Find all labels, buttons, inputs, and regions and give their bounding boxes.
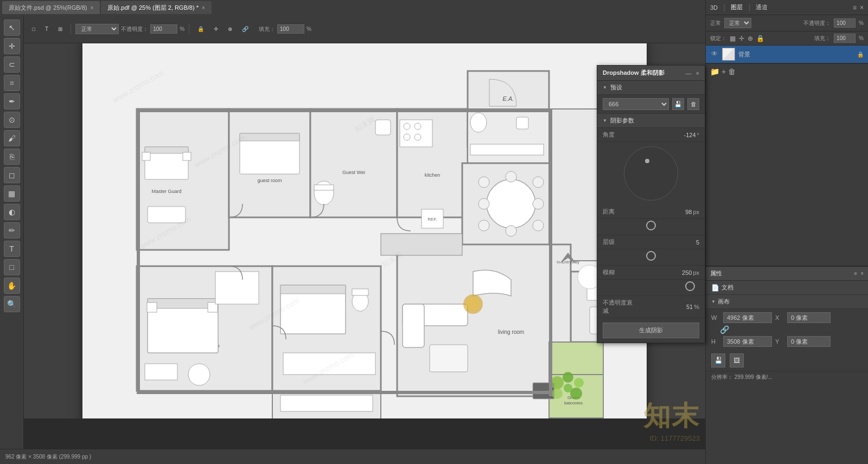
tool-lasso[interactable]: ⊂ xyxy=(4,56,20,73)
shadow-params-title: 阴影参数 xyxy=(610,117,634,125)
label-layers-tab[interactable]: 图层 xyxy=(731,3,743,11)
tab-1-close[interactable]: × xyxy=(202,5,205,11)
preset-select[interactable]: 666 xyxy=(603,98,669,110)
tool-eraser[interactable]: ◻ xyxy=(4,167,20,183)
blend-mode-select[interactable]: 正常 xyxy=(75,24,119,34)
lock-art-btn[interactable]: ⊕ xyxy=(748,35,753,42)
svg-rect-93 xyxy=(549,109,552,396)
canvas-image-btn[interactable]: 🖼 xyxy=(730,353,744,368)
svg-point-90 xyxy=(570,388,582,399)
x-input[interactable] xyxy=(787,312,831,323)
tool-shape[interactable]: □ xyxy=(4,259,20,275)
tool-select[interactable]: ↖ xyxy=(4,20,20,36)
width-input[interactable] xyxy=(723,312,772,323)
y-input[interactable] xyxy=(787,336,831,347)
angle-dial[interactable] xyxy=(624,146,678,201)
tool-heal[interactable]: ⊙ xyxy=(4,112,20,128)
dropshadow-title: Dropshadow 柔和阴影 xyxy=(603,69,665,77)
svg-rect-94 xyxy=(137,248,140,394)
dropshadow-panel: Dropshadow 柔和阴影 — × ▼ 预设 666 💾 🗑 ▼ 阴影参数 … xyxy=(597,65,705,343)
svg-text:Master Guard: Master Guard xyxy=(151,189,181,194)
toolbar-transform-btn[interactable]: ⊕ xyxy=(224,24,236,34)
fill-input[interactable] xyxy=(277,24,304,34)
svg-rect-15 xyxy=(549,342,603,375)
distance-dial[interactable] xyxy=(646,221,656,230)
tab-1[interactable]: 原始.pdf @ 25% (图层 2, RGB/8) * × xyxy=(101,1,212,14)
tool-dodge[interactable]: ◐ xyxy=(4,204,20,220)
tool-text[interactable]: T xyxy=(4,241,20,257)
svg-point-49 xyxy=(506,225,516,236)
svg-point-86 xyxy=(563,372,573,383)
tool-zoom[interactable]: 🔍 xyxy=(4,296,20,312)
canvas-save-row: 💾 🖼 xyxy=(706,350,868,371)
dropshadow-close[interactable]: × xyxy=(696,70,699,76)
toolbar-move-btn[interactable]: ✛ xyxy=(210,24,222,34)
panel-close-icon[interactable]: × xyxy=(860,4,864,11)
wh-link-icon[interactable]: 🔗 xyxy=(720,325,729,334)
svg-point-85 xyxy=(551,376,564,389)
dropshadow-header: Dropshadow 柔和阴影 — × xyxy=(597,66,705,81)
blur-dial[interactable] xyxy=(685,281,695,291)
height-input[interactable] xyxy=(723,336,772,347)
layer-visibility-icon[interactable]: 👁 xyxy=(710,50,719,59)
svg-rect-61 xyxy=(430,345,468,372)
level-value: 5 xyxy=(696,239,699,246)
fill-pct-label: % xyxy=(859,35,864,41)
delete-layer-btn[interactable]: 🗑 xyxy=(728,67,736,76)
opacity-pct: % xyxy=(180,26,184,32)
tab-0[interactable]: 原始文件.psd @ 25%(RGB/8) × xyxy=(2,1,100,14)
svg-point-87 xyxy=(552,388,563,399)
level-dial[interactable] xyxy=(646,251,656,261)
svg-point-73 xyxy=(188,364,210,385)
blur-unit: px xyxy=(693,269,699,276)
canvas-save-btn[interactable]: 💾 xyxy=(711,353,725,368)
toolbar-link-btn[interactable]: 🔗 xyxy=(238,24,252,34)
tool-eyedrop[interactable]: ✒ xyxy=(4,93,20,109)
opacity-fade-label: 不透明度衰减 xyxy=(603,299,635,315)
prop-list-icon[interactable]: ≡ xyxy=(854,270,857,276)
tool-gradient[interactable]: ▦ xyxy=(4,185,20,202)
width-label: W xyxy=(711,314,720,321)
floor-plan-svg: Master Guard guest room Guest Wei kitche… xyxy=(82,43,647,418)
level-label: 层级 xyxy=(603,238,635,246)
fill-label: 填充： xyxy=(259,25,275,33)
tool-move[interactable]: ✛ xyxy=(4,38,20,54)
dropshadow-collapse[interactable]: — xyxy=(686,70,692,76)
tab-0-close[interactable]: × xyxy=(90,5,93,11)
svg-point-44 xyxy=(487,179,535,228)
preset-save-btn[interactable]: 💾 xyxy=(672,98,684,110)
generate-shadow-button[interactable]: 生成阴影 xyxy=(603,323,699,338)
svg-rect-21 xyxy=(183,152,191,160)
lock-pixel-btn[interactable]: ▦ xyxy=(730,35,736,42)
tool-pen[interactable]: ✏ xyxy=(4,222,20,239)
add-layer-btn[interactable]: + xyxy=(722,67,726,76)
svg-point-45 xyxy=(506,171,516,182)
layer-item-background[interactable]: 👁 背景 🔒 xyxy=(706,46,868,63)
toolbar-lock-btn[interactable]: 🔒 xyxy=(194,24,208,34)
fill-pct: % xyxy=(307,26,311,32)
opacity-input[interactable] xyxy=(150,24,177,34)
layers-fill-input[interactable] xyxy=(834,34,856,43)
layers-opacity-input[interactable] xyxy=(834,18,856,28)
add-layer-group-btn[interactable]: 📁 xyxy=(710,67,719,76)
panel-menu-icon[interactable]: ≡ xyxy=(853,4,857,11)
angle-value: -124 xyxy=(684,132,696,138)
toolbar-align-btn[interactable]: ⊞ xyxy=(54,24,66,34)
tool-clone[interactable]: ⎘ xyxy=(4,149,20,165)
tool-hand[interactable]: ✋ xyxy=(4,278,20,294)
tool-brush[interactable]: 🖌 xyxy=(4,130,20,146)
toolbar-shape-btn[interactable]: □ xyxy=(28,24,39,34)
svg-rect-92 xyxy=(137,109,549,112)
layers-blend-select[interactable]: 正常 xyxy=(724,18,751,28)
label-channels-tab[interactable]: 通道 xyxy=(756,3,768,11)
status-bar: 962 像素 × 3508 像素 (299.999 pp ) xyxy=(0,449,705,464)
preset-section-title: 预设 xyxy=(610,83,622,92)
canvas-inputs: W X 🔗 H Y xyxy=(706,309,868,350)
toolbar-text-btn[interactable]: T xyxy=(41,24,52,34)
lock-pos-btn[interactable]: ✛ xyxy=(739,35,744,42)
svg-rect-81 xyxy=(280,395,373,411)
prop-close-icon[interactable]: × xyxy=(860,270,864,276)
lock-all-btn[interactable]: 🔒 xyxy=(756,35,764,42)
preset-delete-btn[interactable]: 🗑 xyxy=(687,98,699,110)
tool-crop[interactable]: ⌗ xyxy=(4,75,20,91)
